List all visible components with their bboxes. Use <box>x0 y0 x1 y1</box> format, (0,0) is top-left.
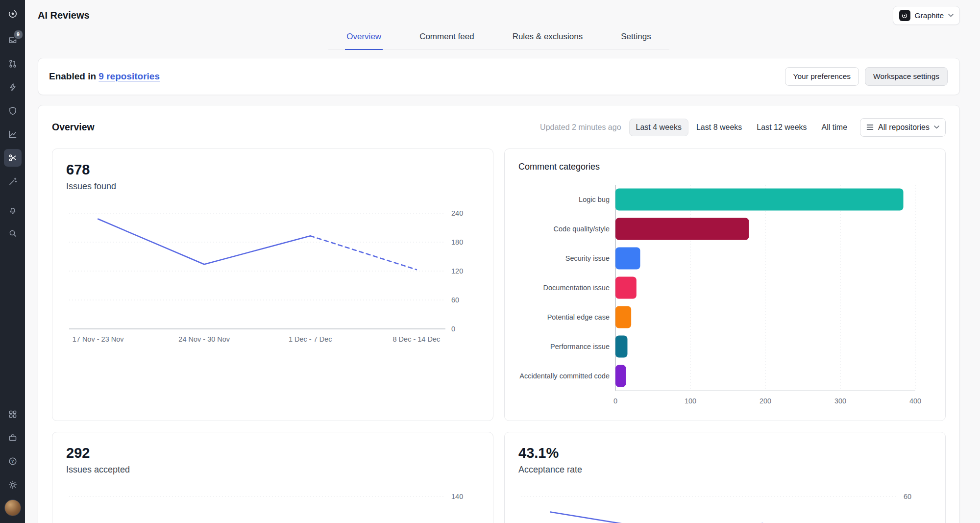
svg-text:240: 240 <box>451 209 463 217</box>
issues-found-chart: 06012018024017 Nov - 23 Nov24 Nov - 30 N… <box>66 204 480 350</box>
svg-text:120: 120 <box>451 267 463 275</box>
svg-text:300: 300 <box>834 397 846 405</box>
svg-text:105: 105 <box>451 522 463 523</box>
help-icon: ? <box>8 456 18 466</box>
sidebar-item-ci[interactable] <box>4 78 22 96</box>
banner-buttons: Your preferences Workspace settings <box>785 67 948 86</box>
gear-icon <box>8 480 18 490</box>
workspace-settings-button[interactable]: Workspace settings <box>865 67 948 86</box>
overview-controls: Updated 2 minutes ago Last 4 weeksLast 8… <box>540 118 946 137</box>
tab-settings[interactable]: Settings <box>619 26 652 50</box>
comment-categories-panel: Comment categories 0100200300400Logic bu… <box>504 149 946 421</box>
updated-timestamp: Updated 2 minutes ago <box>540 123 621 132</box>
topbar: AI Reviews Graphite <box>38 0 960 26</box>
svg-text:200: 200 <box>760 397 771 405</box>
sidebar-item-search[interactable] <box>4 224 22 242</box>
graphite-mark-icon <box>899 10 910 21</box>
issues-found-value: 678 <box>66 162 479 178</box>
svg-text:1 Dec - 7 Dec: 1 Dec - 7 Dec <box>289 335 332 343</box>
sidebar-item-inbox[interactable]: 9 <box>4 31 22 49</box>
sidebar-item-automations[interactable] <box>4 173 22 190</box>
chart-line-icon <box>8 129 18 139</box>
sidebar-item-notifications[interactable] <box>4 201 22 219</box>
overview-card: Overview Updated 2 minutes ago Last 4 we… <box>38 105 960 523</box>
graphite-logo-icon[interactable] <box>4 5 22 23</box>
svg-text:Documentation issue: Documentation issue <box>543 284 610 292</box>
shield-icon <box>8 106 18 116</box>
repository-filter-label: All repositories <box>878 123 930 132</box>
svg-text:Accidentally committed code: Accidentally committed code <box>519 372 610 380</box>
svg-text:400: 400 <box>909 397 921 405</box>
sidebar-item-ai-reviews[interactable] <box>4 149 22 167</box>
enabled-prefix: Enabled in <box>49 71 98 81</box>
issues-accepted-label: Issues accepted <box>66 465 479 475</box>
svg-text:17 Nov - 23 Nov: 17 Nov - 23 Nov <box>73 335 124 343</box>
issues-accepted-panel: 292 Issues accepted 0357010514017 Nov - … <box>52 432 493 523</box>
range-button-all-time[interactable]: All time <box>815 119 854 136</box>
sidebar: 9 <box>0 0 25 523</box>
tab-comment-feed[interactable]: Comment feed <box>418 26 476 50</box>
sidebar-item-help[interactable]: ? <box>4 452 22 470</box>
grid-icon <box>8 409 18 419</box>
svg-text:100: 100 <box>685 397 696 405</box>
tab-rules-exclusions[interactable]: Rules & exclusions <box>511 26 585 50</box>
range-button-last-4-weeks[interactable]: Last 4 weeks <box>629 119 688 136</box>
svg-text:Potential edge case: Potential edge case <box>547 313 610 321</box>
search-icon <box>8 228 18 238</box>
workspace-name: Graphite <box>915 11 944 20</box>
svg-text:180: 180 <box>451 238 463 246</box>
overview-header: Overview Updated 2 minutes ago Last 4 we… <box>52 118 946 137</box>
acceptance-rate-value: 43.1% <box>518 445 931 461</box>
svg-text:?: ? <box>11 458 14 464</box>
scissors-icon <box>8 153 18 163</box>
range-button-last-8-weeks[interactable]: Last 8 weeks <box>689 119 749 136</box>
svg-text:Performance issue: Performance issue <box>550 343 610 350</box>
lightning-icon <box>8 82 18 92</box>
comment-categories-title: Comment categories <box>518 162 931 172</box>
issues-accepted-chart: 0357010514017 Nov - 23 Nov24 Nov - 30 No… <box>66 488 480 523</box>
svg-text:60: 60 <box>904 493 911 500</box>
your-preferences-button[interactable]: Your preferences <box>785 67 859 86</box>
workspace-switcher-button[interactable]: Graphite <box>893 6 960 25</box>
acceptance-rate-label: Acceptance rate <box>518 465 931 475</box>
sidebar-item-protections[interactable] <box>4 102 22 120</box>
chevron-down-icon <box>934 125 939 129</box>
sidebar-item-insights[interactable] <box>4 125 22 143</box>
bell-icon <box>8 205 18 215</box>
acceptance-rate-panel: 43.1% Acceptance rate 01530456017 Nov - … <box>504 432 946 523</box>
svg-text:8 Dec - 14 Dec: 8 Dec - 14 Dec <box>393 335 441 343</box>
app-root: 9 <box>0 0 980 523</box>
panels-grid: 678 Issues found 06012018024017 Nov - 23… <box>52 149 946 523</box>
chevron-down-icon <box>948 14 954 17</box>
page-title: AI Reviews <box>38 10 90 21</box>
svg-text:24 Nov - 30 Nov: 24 Nov - 30 Nov <box>178 335 230 343</box>
enabled-text: Enabled in 9 repositories <box>49 71 160 82</box>
list-icon <box>866 124 874 130</box>
sidebar-bottom-group: ? <box>4 405 22 516</box>
tab-overview[interactable]: Overview <box>345 26 383 50</box>
sidebar-item-settings[interactable] <box>4 476 22 494</box>
svg-text:60: 60 <box>451 296 459 304</box>
enabled-banner: Enabled in 9 repositories Your preferenc… <box>38 58 960 95</box>
issues-accepted-value: 292 <box>66 445 479 461</box>
issues-found-panel: 678 Issues found 06012018024017 Nov - 23… <box>52 149 493 421</box>
inbox-badge: 9 <box>13 29 24 40</box>
sidebar-item-apps[interactable] <box>4 405 22 423</box>
pull-request-icon <box>8 59 18 69</box>
range-button-last-12-weeks[interactable]: Last 12 weeks <box>750 119 813 136</box>
issues-found-label: Issues found <box>66 181 479 192</box>
repository-filter-dropdown[interactable]: All repositories <box>860 118 946 137</box>
user-avatar[interactable] <box>4 499 21 516</box>
repositories-link[interactable]: 9 repositories <box>98 71 160 81</box>
svg-text:140: 140 <box>451 493 463 500</box>
svg-text:0: 0 <box>451 325 455 333</box>
svg-text:45: 45 <box>904 522 911 523</box>
overview-title: Overview <box>52 122 95 133</box>
sidebar-item-workspace[interactable] <box>4 429 22 447</box>
svg-text:Security issue: Security issue <box>565 254 610 262</box>
magic-wand-icon <box>8 176 18 186</box>
briefcase-icon <box>8 433 18 443</box>
svg-text:Code quality/style: Code quality/style <box>554 225 610 233</box>
range-filter: Last 4 weeksLast 8 weeksLast 12 weeksAll… <box>628 119 855 136</box>
sidebar-item-pull-request[interactable] <box>4 55 22 73</box>
